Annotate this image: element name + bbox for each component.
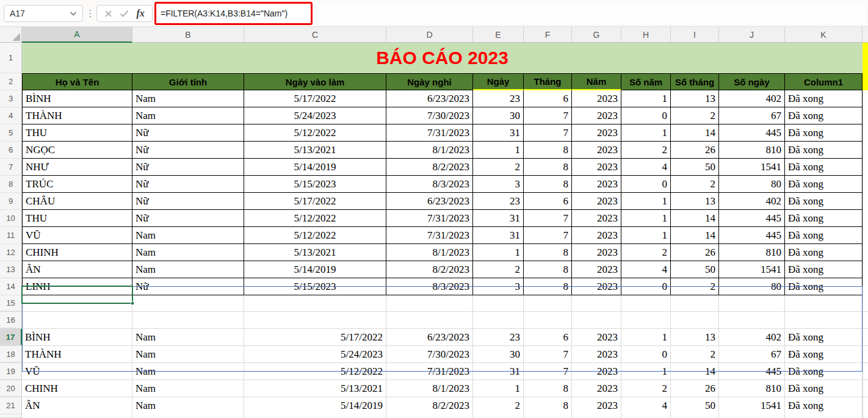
- row-header-18[interactable]: 18: [0, 346, 22, 362]
- cell-A9[interactable]: CHÂU: [22, 193, 132, 210]
- cell-B20[interactable]: Nam: [132, 380, 244, 397]
- cell-I5[interactable]: 14: [671, 124, 719, 142]
- row-header-8[interactable]: 8: [0, 176, 22, 193]
- cell-A18[interactable]: THÀNH: [22, 346, 132, 362]
- column-header-H[interactable]: H: [621, 27, 671, 43]
- cell-G22[interactable]: [572, 414, 621, 418]
- more-options-icon[interactable]: ⋮: [86, 4, 95, 23]
- cell-J17[interactable]: 402: [719, 329, 785, 345]
- row-header-13[interactable]: 13: [0, 261, 22, 278]
- cell-E20[interactable]: 1: [473, 380, 524, 397]
- cell-K7[interactable]: Đã xong: [785, 159, 863, 176]
- cell-C12[interactable]: 5/13/2021: [244, 244, 386, 261]
- cell-I9[interactable]: 13: [671, 193, 719, 210]
- cell-C7[interactable]: 5/14/2019: [244, 159, 386, 176]
- cell-C19[interactable]: 5/12/2022: [244, 363, 386, 380]
- row-header-6[interactable]: 6: [0, 142, 22, 159]
- formula-input[interactable]: =FILTER(A3:K14,B3:B14="Nam"): [161, 9, 288, 18]
- cell-A4[interactable]: THÀNH: [22, 107, 132, 124]
- cell-K17[interactable]: Đã xong: [785, 329, 863, 345]
- cell-D6[interactable]: 8/1/2023: [386, 142, 473, 159]
- cell-C15[interactable]: [244, 295, 386, 311]
- cell-F17[interactable]: 6: [524, 329, 572, 345]
- cell-E10[interactable]: 31: [473, 210, 524, 227]
- cell-A12[interactable]: CHINH: [22, 244, 132, 261]
- cell-H20[interactable]: 2: [621, 380, 671, 397]
- cell-I14[interactable]: 2: [671, 278, 719, 295]
- cell-B6[interactable]: Nữ: [132, 142, 244, 159]
- column-header-E[interactable]: E: [473, 27, 524, 43]
- row-header-16[interactable]: 16: [0, 312, 22, 328]
- table-header-9[interactable]: Số tháng: [671, 73, 719, 90]
- cell-H15[interactable]: [621, 295, 671, 311]
- cell-E15[interactable]: [473, 295, 524, 311]
- cell-G11[interactable]: 2023: [572, 227, 621, 244]
- cell-E11[interactable]: 31: [473, 227, 524, 244]
- cell-F6[interactable]: 8: [524, 142, 572, 159]
- column-header-A[interactable]: A: [22, 27, 132, 43]
- cell-D9[interactable]: 6/23/2023: [386, 193, 473, 210]
- cell-B3[interactable]: Nam: [132, 90, 244, 107]
- cell-E6[interactable]: 1: [473, 142, 524, 159]
- cell-G15[interactable]: [572, 295, 621, 311]
- column-header-K[interactable]: K: [785, 27, 863, 43]
- row-header-7[interactable]: 7: [0, 159, 22, 176]
- cell-F19[interactable]: 7: [524, 363, 572, 380]
- cell-J21[interactable]: 1541: [719, 397, 785, 414]
- column-header-C[interactable]: C: [244, 27, 386, 43]
- cell-I22[interactable]: [671, 414, 719, 418]
- cell-J8[interactable]: 80: [719, 176, 785, 193]
- cell-B21[interactable]: Nam: [132, 397, 244, 414]
- cell-C10[interactable]: 5/12/2022: [244, 210, 386, 227]
- cell-K18[interactable]: Đã xong: [785, 346, 863, 362]
- cell-C21[interactable]: 5/14/2019: [244, 397, 386, 414]
- cell-G16[interactable]: [572, 312, 621, 328]
- cell-I20[interactable]: 26: [671, 380, 719, 397]
- cell-H7[interactable]: 4: [621, 159, 671, 176]
- cell-B7[interactable]: Nữ: [132, 159, 244, 176]
- cell-D8[interactable]: 8/3/2023: [386, 176, 473, 193]
- cell-K4[interactable]: Đã xong: [785, 107, 863, 124]
- cell-A3[interactable]: BÌNH: [22, 90, 132, 107]
- cell-E12[interactable]: 1: [473, 244, 524, 261]
- row-header-12[interactable]: 12: [0, 244, 22, 261]
- insert-function-icon[interactable]: fx: [136, 8, 144, 19]
- cell-A5[interactable]: THU: [22, 124, 132, 142]
- row-header-4[interactable]: 4: [0, 107, 22, 124]
- cell-I18[interactable]: 2: [671, 346, 719, 362]
- cell-H17[interactable]: 1: [621, 329, 671, 345]
- cell-C16[interactable]: [244, 312, 386, 328]
- cell-J19[interactable]: 445: [719, 363, 785, 380]
- cell-I12[interactable]: 26: [671, 244, 719, 261]
- cell-E7[interactable]: 2: [473, 159, 524, 176]
- cell-I15[interactable]: [671, 295, 719, 311]
- cell-G13[interactable]: 2023: [572, 261, 621, 278]
- cell-B10[interactable]: Nữ: [132, 210, 244, 227]
- cell-G19[interactable]: 2023: [572, 363, 621, 380]
- row-header-9[interactable]: 9: [0, 193, 22, 210]
- cell-G18[interactable]: 2023: [572, 346, 621, 362]
- cell-H13[interactable]: 4: [621, 261, 671, 278]
- cell-J3[interactable]: 402: [719, 90, 785, 107]
- cell-A20[interactable]: CHINH: [22, 380, 132, 397]
- cell-D3[interactable]: 6/23/2023: [386, 90, 473, 107]
- cell-C6[interactable]: 5/13/2021: [244, 142, 386, 159]
- cell-B12[interactable]: Nam: [132, 244, 244, 261]
- cell-B4[interactable]: Nam: [132, 107, 244, 124]
- cell-C11[interactable]: 5/12/2022: [244, 227, 386, 244]
- cell-I19[interactable]: 14: [671, 363, 719, 380]
- cell-B18[interactable]: Nam: [132, 346, 244, 362]
- cell-G9[interactable]: 2023: [572, 193, 621, 210]
- cell-H22[interactable]: [621, 414, 671, 418]
- row-header-3[interactable]: 3: [0, 90, 22, 107]
- cell-D5[interactable]: 7/31/2023: [386, 124, 473, 142]
- cell-K5[interactable]: Đã xong: [785, 124, 863, 142]
- cell-G14[interactable]: 2023: [572, 278, 621, 295]
- cell-K10[interactable]: Đã xong: [785, 210, 863, 227]
- cell-C14[interactable]: 5/15/2023: [244, 278, 386, 295]
- cell-J15[interactable]: [719, 295, 785, 311]
- row-header-14[interactable]: 14: [0, 278, 22, 295]
- cancel-icon[interactable]: [104, 10, 112, 18]
- cell-I16[interactable]: [671, 312, 719, 328]
- cell-G12[interactable]: 2023: [572, 244, 621, 261]
